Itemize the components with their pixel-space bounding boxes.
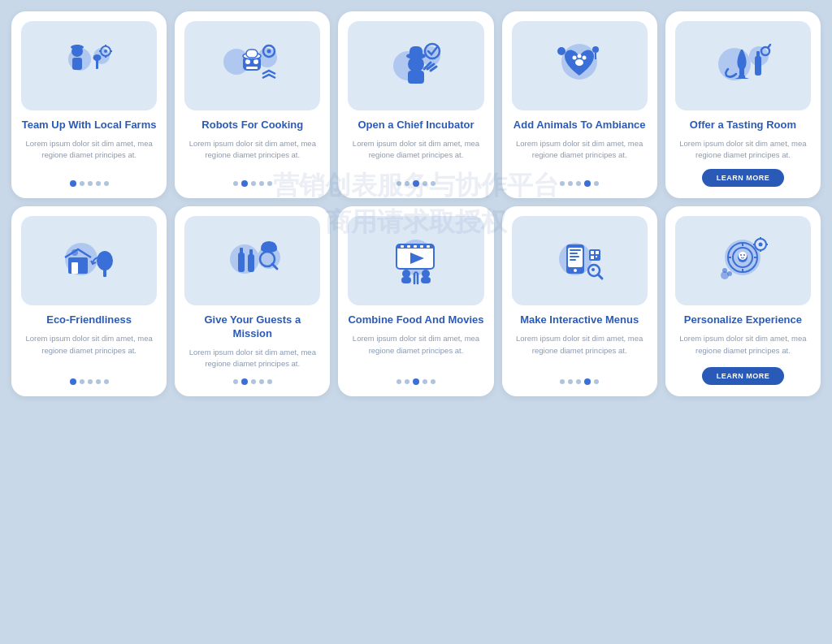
card-icon-area-1-4 — [675, 216, 811, 305]
card-1-1: Give Your Guests a MissionLorem ipsum do… — [175, 206, 330, 395]
dot-0-3-3[interactable] — [584, 180, 591, 187]
learn-more-button-0-4[interactable]: LEARN MORE — [702, 169, 785, 187]
svg-point-104 — [720, 281, 765, 289]
svg-rect-30 — [408, 71, 424, 84]
dot-1-1-3[interactable] — [259, 379, 264, 384]
card-title-0-0: Team Up With Local Farms — [22, 119, 157, 132]
svg-rect-65 — [240, 248, 243, 254]
dot-1-2-0[interactable] — [396, 379, 401, 384]
dot-0-3-1[interactable] — [568, 181, 573, 186]
svg-point-87 — [557, 281, 602, 289]
card-1-4: Personalize ExperienceLorem ipsum dolor … — [665, 206, 821, 395]
card-title-0-1: Robots For Cooking — [202, 119, 303, 132]
svg-rect-92 — [570, 249, 581, 251]
learn-more-button-1-4[interactable]: LEARN MORE — [702, 367, 785, 385]
card-title-1-0: Eco-Friendliness — [46, 313, 132, 327]
dot-0-0-4[interactable] — [104, 181, 109, 186]
svg-rect-95 — [570, 259, 576, 261]
dot-0-0-0[interactable] — [70, 180, 76, 187]
dot-0-0-3[interactable] — [96, 181, 101, 186]
dot-1-3-2[interactable] — [576, 379, 581, 384]
dot-0-3-2[interactable] — [576, 181, 581, 186]
dot-0-2-4[interactable] — [431, 181, 436, 186]
card-title-1-3: Make Interactive Menus — [520, 313, 639, 327]
svg-point-114 — [740, 254, 742, 256]
dot-0-3-0[interactable] — [560, 181, 565, 186]
card-icon-area-1-0 — [21, 216, 157, 305]
svg-rect-67 — [249, 249, 253, 256]
svg-rect-50 — [755, 56, 761, 76]
dot-0-0-1[interactable] — [80, 181, 84, 186]
dot-1-2-3[interactable] — [422, 379, 427, 384]
svg-point-26 — [393, 86, 439, 94]
card-desc-1-2: Lorem ipsum dolor sit dim amet, mea regi… — [348, 333, 483, 370]
dot-1-2-2[interactable] — [413, 378, 419, 385]
svg-point-8 — [93, 54, 101, 61]
dot-0-2-3[interactable] — [422, 181, 427, 186]
svg-point-91 — [574, 269, 577, 272]
dot-1-3-4[interactable] — [594, 379, 599, 384]
dot-1-2-4[interactable] — [431, 379, 436, 384]
dot-1-3-0[interactable] — [560, 379, 565, 384]
dot-1-0-3[interactable] — [96, 379, 101, 384]
card-0-4: Offer a Tasting RoomLorem ipsum dolor si… — [665, 11, 821, 198]
card-dots-0-2 — [396, 180, 436, 187]
card-icon-area-0-3 — [512, 21, 648, 110]
svg-rect-100 — [596, 256, 597, 257]
card-0-0: Team Up With Local FarmsLorem ipsum dolo… — [11, 11, 167, 198]
dot-1-0-4[interactable] — [104, 379, 109, 384]
card-dots-1-0 — [70, 378, 109, 385]
svg-rect-57 — [72, 262, 78, 274]
card-icon-area-0-4 — [675, 21, 811, 110]
dot-0-1-3[interactable] — [259, 181, 264, 186]
card-title-1-1: Give Your Guests a Mission — [184, 313, 320, 341]
card-0-3: Add Animals To AmbianceLorem ipsum dolor… — [502, 11, 657, 198]
dot-1-3-1[interactable] — [568, 379, 573, 384]
card-1-0: Eco-FriendlinessLorem ipsum dolor sit di… — [11, 206, 167, 395]
svg-point-37 — [557, 86, 602, 94]
svg-line-53 — [768, 45, 770, 48]
card-title-0-4: Offer a Tasting Room — [690, 119, 796, 132]
dot-1-2-1[interactable] — [405, 379, 410, 384]
card-desc-1-0: Lorem ipsum dolor sit dim amet, mea regi… — [21, 333, 157, 370]
svg-point-20 — [254, 59, 258, 64]
svg-point-124 — [727, 271, 732, 276]
dot-0-1-1[interactable] — [241, 180, 248, 187]
card-dots-0-1 — [233, 180, 272, 187]
dot-0-2-2[interactable] — [413, 180, 419, 187]
card-icon-area-0-1 — [184, 21, 320, 110]
svg-point-81 — [402, 270, 410, 278]
svg-rect-94 — [570, 256, 579, 257]
dot-1-1-1[interactable] — [241, 378, 248, 385]
dot-0-0-2[interactable] — [88, 181, 93, 186]
dot-0-1-0[interactable] — [233, 181, 238, 186]
svg-rect-93 — [570, 253, 578, 254]
dot-1-1-2[interactable] — [251, 379, 256, 384]
card-dots-1-3 — [560, 378, 599, 385]
dot-0-1-2[interactable] — [251, 181, 256, 186]
svg-point-54 — [67, 281, 112, 289]
dot-0-2-1[interactable] — [405, 181, 410, 186]
dot-1-0-1[interactable] — [80, 379, 84, 384]
svg-rect-78 — [420, 245, 423, 248]
dot-0-2-0[interactable] — [396, 181, 401, 186]
svg-point-10 — [104, 50, 107, 53]
card-desc-1-1: Lorem ipsum dolor sit dim amet, mea regi… — [184, 347, 320, 370]
dot-1-1-4[interactable] — [267, 379, 272, 384]
svg-rect-99 — [591, 256, 594, 259]
dot-1-3-3[interactable] — [584, 378, 591, 385]
card-icon-area-0-0 — [21, 21, 157, 110]
svg-point-25 — [266, 50, 271, 54]
svg-point-103 — [592, 268, 595, 271]
card-icon-area-0-2 — [348, 21, 483, 110]
dot-0-3-4[interactable] — [594, 181, 599, 186]
dot-1-0-2[interactable] — [88, 379, 93, 384]
dot-0-1-4[interactable] — [267, 181, 272, 186]
svg-rect-64 — [238, 253, 245, 272]
dot-1-1-0[interactable] — [233, 379, 238, 384]
card-desc-0-1: Lorem ipsum dolor sit dim amet, mea regi… — [184, 138, 320, 173]
svg-point-61 — [230, 281, 275, 289]
dot-1-0-0[interactable] — [70, 378, 76, 385]
svg-rect-4 — [72, 58, 82, 70]
svg-rect-23 — [246, 50, 258, 58]
